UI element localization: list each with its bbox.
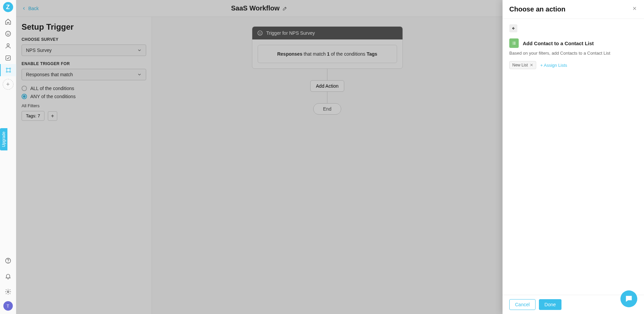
svg-point-8 [9,71,10,72]
left-rail: Z + Upgrade T [0,0,16,314]
list-chip[interactable]: New List ✕ [509,61,536,69]
setup-title: Setup Trigger [22,22,146,32]
nav-help[interactable] [0,255,16,267]
svg-point-6 [9,68,10,69]
user-icon [5,42,11,49]
svg-point-0 [5,31,10,36]
nav-feedback[interactable] [0,28,16,40]
svg-point-7 [6,71,7,72]
choose-survey-label: CHOOSE SURVEY [22,37,146,42]
drawer-back-button[interactable] [509,24,517,32]
all-filters-label: All Filters [22,103,146,108]
flow-connector [327,92,327,103]
action-drawer: Choose an action Add Contact to a Contac… [503,0,644,314]
trigger-body: Responses that match 1 of the conditions… [252,39,402,68]
action-name: Add Contact to a Contact List [523,40,594,46]
workspace: Setup Trigger CHOOSE SURVEY NPS Survey E… [16,17,503,314]
radio-any-label: ANY of the conditions [30,94,75,99]
radio-icon [22,94,27,99]
app-logo[interactable]: Z [3,2,13,12]
drawer-head: Choose an action [503,0,644,19]
drawer-close[interactable] [632,6,637,13]
nav-settings[interactable] [0,286,16,298]
trigger-summary-mid1: that match [302,51,327,57]
chat-icon [624,294,633,303]
svg-point-5 [6,68,7,69]
setup-panel: Setup Trigger CHOOSE SURVEY NPS Survey E… [16,17,152,314]
arrow-left-icon [22,6,26,11]
end-node: End [313,103,341,115]
trigger-card[interactable]: Trigger for NPS Survey Responses that ma… [252,26,403,69]
done-button[interactable]: Done [539,299,561,310]
radio-any[interactable]: ANY of the conditions [22,94,146,99]
action-row: Add Contact to a Contact List [509,38,637,48]
canvas: Trigger for NPS Survey Responses that ma… [152,17,503,314]
radio-all-label: ALL of the conditions [30,86,74,91]
trigger-summary-suffix: Tags [366,51,377,57]
trigger-summary-prefix: Responses [277,51,302,57]
rail-bottom: T [0,255,16,311]
svg-point-1 [7,33,7,33]
chip-remove[interactable]: ✕ [530,63,533,67]
survey-select[interactable]: NPS Survey [22,45,146,56]
close-icon [632,6,637,11]
back-link[interactable]: Back [22,6,39,11]
avatar[interactable]: T [3,301,13,311]
trigger-title: Trigger for NPS Survey [266,30,315,36]
survey-select-value: NPS Survey [26,48,52,53]
chat-fab[interactable] [620,290,637,307]
workflow-icon [5,67,12,74]
drawer-body: Add Contact to a Contact List Based on y… [503,19,644,295]
flow: Trigger for NPS Survey Responses that ma… [252,26,403,305]
enable-trigger-label: ENABLE TRIGGER FOR [22,61,146,66]
nav-contacts[interactable] [0,40,16,52]
svg-point-11 [7,291,9,293]
nav-tasks[interactable] [0,52,16,64]
chevron-down-icon [137,48,142,53]
checkbox-icon [5,55,11,61]
assign-lists-link[interactable]: + Assign Lists [540,63,567,68]
trigger-summary-mid2: of the conditions [330,51,367,57]
edit-icon[interactable] [282,6,288,11]
upgrade-button[interactable]: Upgrade [0,128,7,150]
svg-point-3 [7,44,9,46]
back-label: Back [28,6,39,11]
radio-icon [22,86,27,91]
chips-row: New List ✕ + Assign Lists [509,61,637,69]
home-icon [5,18,11,25]
flow-connector [327,69,327,80]
list-icon [509,38,519,48]
enable-trigger-select[interactable]: Responses that match [22,69,146,80]
list-chip-label: New List [512,63,528,67]
trigger-icon [257,30,263,36]
trigger-summary: Responses that match 1 of the conditions… [258,45,397,63]
enable-trigger-value: Responses that match [26,72,73,77]
svg-point-10 [8,262,8,262]
add-filter-button[interactable]: + [48,111,57,121]
filter-chip-tags[interactable]: Tags: 7 [22,111,44,121]
nav-notifications[interactable] [0,270,16,282]
cancel-button[interactable]: Cancel [509,299,536,310]
nav-add[interactable]: + [3,79,13,90]
workflow-title: SaaS Workflow [231,4,280,12]
svg-point-12 [258,31,262,35]
nav-home[interactable] [0,16,16,28]
help-icon [5,257,11,264]
svg-rect-4 [6,56,10,60]
svg-point-14 [260,32,261,33]
add-action-node[interactable]: Add Action [310,80,344,92]
bell-icon [5,273,11,280]
filter-chip-row: Tags: 7 + [22,111,146,121]
nav-workflows[interactable] [0,64,16,76]
radio-all[interactable]: ALL of the conditions [22,86,146,91]
trigger-summary-count: 1 [327,51,330,57]
svg-point-2 [9,33,9,33]
svg-point-13 [259,32,259,33]
gear-icon [5,288,11,295]
smile-icon [5,30,11,37]
arrow-left-icon [511,26,516,31]
trigger-head: Trigger for NPS Survey [252,27,402,39]
workflow-title-wrap: SaaS Workflow [231,4,288,12]
chevron-down-icon [137,72,142,77]
drawer-title: Choose an action [509,5,566,13]
